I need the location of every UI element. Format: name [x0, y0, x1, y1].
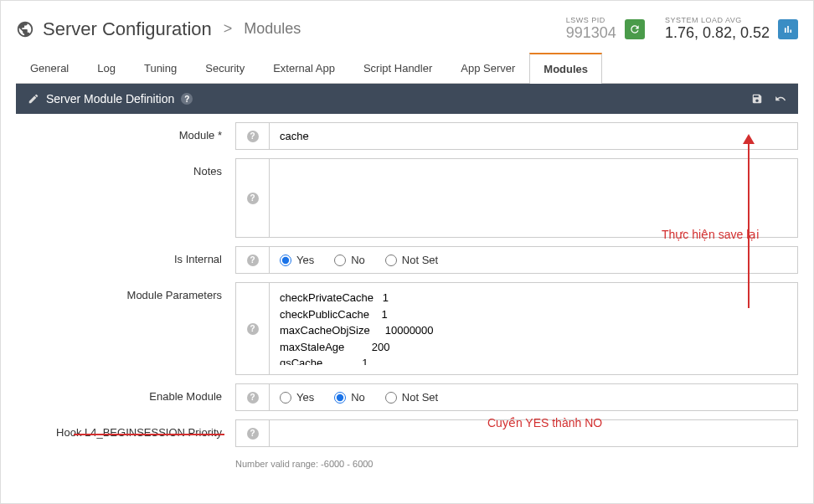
system-load-block: SYSTEM LOAD AVG 1.76, 0.82, 0.52 [665, 16, 798, 42]
pid-value: 991304 [566, 24, 616, 42]
help-icon[interactable]: ? [247, 392, 259, 404]
chart-icon [782, 23, 794, 35]
help-icon[interactable]: ? [247, 428, 259, 440]
load-label: SYSTEM LOAD AVG [665, 16, 770, 24]
load-value: 1.76, 0.82, 0.52 [665, 24, 770, 42]
internal-no[interactable] [334, 255, 346, 266]
tab-app-server[interactable]: App Server [446, 53, 529, 84]
internal-notset[interactable] [385, 255, 397, 266]
enable-label: Enable Module [16, 383, 235, 403]
row-params: Module Parameters ? [16, 282, 798, 375]
hook-hint: Number valid range: -6000 - 6000 [235, 455, 798, 469]
tab-script-handler[interactable]: Script Handler [349, 53, 446, 84]
panel-title: Server Module Definition [46, 92, 174, 105]
tab-external-app[interactable]: External App [259, 53, 349, 84]
notes-input[interactable] [280, 166, 787, 228]
internal-label: Is Internal [16, 246, 235, 265]
hook-label: Hook L4_BEGINSESSION Priority [16, 419, 235, 439]
refresh-icon [629, 23, 641, 35]
enable-yes[interactable] [280, 392, 291, 404]
help-icon[interactable]: ? [247, 323, 259, 335]
internal-radio-group: Yes No Not Set [280, 254, 787, 266]
radio-label: Yes [296, 391, 314, 404]
module-input[interactable] [280, 130, 787, 142]
restart-button[interactable] [625, 19, 645, 39]
globe-icon [16, 20, 34, 39]
notes-label: Notes [16, 158, 235, 177]
enable-notset[interactable] [385, 392, 397, 404]
row-notes: Notes ? [16, 158, 798, 238]
tabs-bar: General Log Tuning Security External App… [16, 52, 798, 84]
lsws-pid-block: LSWS PID 991304 [566, 16, 645, 42]
breadcrumb-current: Modules [244, 20, 301, 38]
page-header: Server Configuration > Modules LSWS PID … [9, 1, 805, 52]
params-label: Module Parameters [16, 282, 235, 301]
row-is-internal: Is Internal ? Yes No Not Set [16, 246, 798, 274]
radio-label: Not Set [402, 254, 438, 266]
radio-label: Yes [296, 254, 314, 266]
radio-label: No [351, 391, 365, 404]
hook-input[interactable] [280, 427, 787, 440]
help-icon[interactable]: ? [247, 255, 259, 266]
tab-modules[interactable]: Modules [529, 53, 602, 84]
enable-no[interactable] [334, 392, 346, 404]
tab-tuning[interactable]: Tuning [130, 53, 191, 84]
radio-label: Not Set [402, 391, 438, 404]
help-icon[interactable]: ? [247, 131, 259, 142]
form-body: Module * ? Notes ? Is Internal ? [16, 114, 798, 477]
stats-button[interactable] [778, 19, 798, 39]
module-label: Module * [16, 122, 235, 141]
save-icon[interactable] [751, 93, 763, 105]
row-module: Module * ? [16, 122, 798, 150]
row-hook: Hook L4_BEGINSESSION Priority ? [16, 419, 798, 447]
internal-yes[interactable] [280, 255, 291, 266]
header-stats: LSWS PID 991304 SYSTEM LOAD AVG 1.76, 0.… [566, 16, 798, 42]
pid-label: LSWS PID [566, 16, 616, 24]
tab-security[interactable]: Security [191, 53, 259, 84]
help-icon[interactable]: ? [247, 193, 259, 204]
help-icon[interactable]: ? [181, 93, 193, 105]
breadcrumb: Server Configuration > Modules [16, 18, 301, 40]
page-title: Server Configuration [43, 18, 212, 40]
tab-general[interactable]: General [16, 53, 83, 84]
radio-label: No [351, 254, 365, 266]
row-enable: Enable Module ? Yes No Not Set [16, 383, 798, 411]
enable-radio-group: Yes No Not Set [280, 391, 787, 404]
tab-log[interactable]: Log [83, 53, 130, 84]
module-panel: Server Module Definition ? Module * ? No… [16, 84, 798, 477]
back-icon[interactable] [775, 93, 786, 105]
params-input[interactable] [280, 290, 787, 365]
edit-icon [28, 93, 39, 105]
panel-header: Server Module Definition ? [16, 84, 798, 114]
breadcrumb-separator: > [224, 20, 233, 38]
